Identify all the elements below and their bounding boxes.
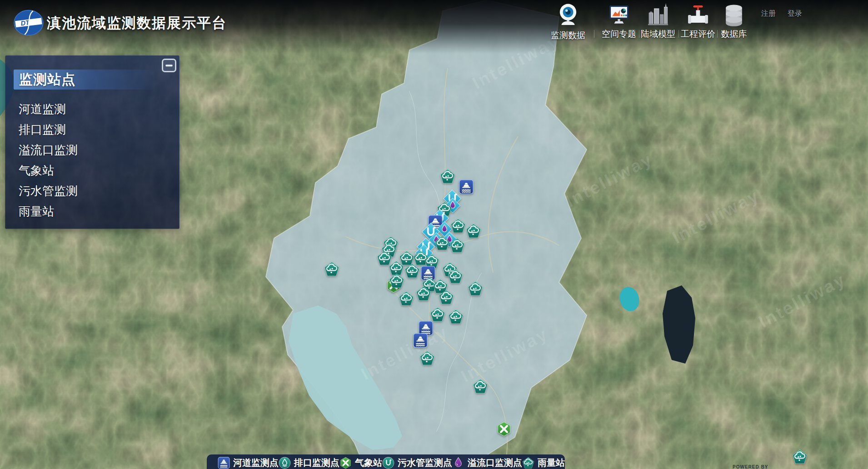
map-marker-rain[interactable]	[440, 169, 455, 184]
legend-label: 排口监测点	[294, 457, 339, 469]
legend-label: 气象站	[355, 457, 382, 469]
panel-titlebar[interactable]: 监测站点	[14, 70, 155, 90]
legend-item-river[interactable]: 河道监测点	[218, 457, 279, 469]
map-marker-rain[interactable]	[448, 269, 463, 284]
map-marker-rain[interactable]	[792, 449, 808, 464]
map-marker-rain[interactable]	[449, 238, 465, 253]
nav-separator	[594, 30, 594, 38]
map-marker-rain[interactable]	[468, 281, 483, 296]
legend-label: 污水管监测点	[398, 457, 452, 469]
sidebar-item-river-monitoring[interactable]: 河道监测	[5, 99, 179, 120]
map-legend-bar: 河道监测点 排口监测点 气象站 污水管监测点 溢流口监测点 雨量站	[207, 454, 565, 469]
legend-item-weather[interactable]: 气象站	[339, 457, 382, 469]
page-title: 滇池流域监测数据展示平台	[47, 14, 227, 33]
map-marker-rain[interactable]	[448, 309, 464, 324]
legend-label: 溢流口监测点	[468, 457, 522, 469]
outlet-monitor-icon	[279, 457, 291, 469]
login-link[interactable]: 登录	[788, 9, 802, 19]
legend-item-rain[interactable]: 雨量站	[522, 457, 565, 469]
sewage-pipe-icon	[382, 457, 394, 469]
map-marker-rain[interactable]	[466, 223, 481, 239]
legend-label: 雨量站	[538, 457, 565, 469]
map-marker-rain[interactable]	[439, 289, 454, 305]
panel-item-list: 河道监测 排口监测 溢流口监测 气象站 污水管监测 雨量站	[5, 99, 179, 222]
header-bar: DT 滇池流域监测数据展示平台 监测数据 空间专题 陆域模型 工程评价 数据库	[0, 0, 868, 54]
map-marker-rain[interactable]	[416, 286, 431, 301]
app-root: IntelliwayIntelliwayIntelliwayIntelliway…	[0, 0, 868, 469]
sidebar-item-overflow-monitoring[interactable]: 溢流口监测	[5, 140, 179, 160]
powered-by-text: POWERED BY	[733, 464, 768, 469]
map-marker-rain[interactable]	[324, 261, 339, 277]
legend-label: 河道监测点	[233, 457, 279, 469]
nav-label: 监测数据	[551, 30, 585, 41]
city-buildings-icon	[646, 3, 670, 27]
panel-title: 监测站点	[14, 70, 75, 89]
nav-label: 陆域模型	[641, 28, 675, 40]
nav-separator	[717, 30, 718, 38]
register-link[interactable]: 注册	[761, 9, 776, 19]
nav-item-monitoring-data[interactable]: 监测数据	[541, 3, 595, 41]
nav-label: 数据库	[721, 28, 747, 40]
legend-item-outlet[interactable]: 排口监测点	[279, 457, 339, 469]
monitor-chart-icon	[607, 3, 631, 27]
map-marker-rain[interactable]	[450, 218, 466, 234]
platform-logo-icon: DT	[13, 9, 44, 36]
sidebar-item-sewage-monitoring[interactable]: 污水管监测	[5, 181, 179, 201]
panel-minimize-button[interactable]	[162, 59, 176, 72]
rain-gauge-icon	[522, 457, 534, 469]
nav-separator	[639, 30, 639, 38]
map-marker-weather[interactable]	[496, 421, 512, 437]
sidebar-item-weather-station[interactable]: 气象站	[5, 160, 179, 181]
legend-item-overflow[interactable]: 溢流口监测点	[452, 457, 522, 469]
legend-item-sewage[interactable]: 污水管监测点	[382, 457, 452, 469]
monitoring-stations-panel: 监测站点 河道监测 排口监测 溢流口监测 气象站 污水管监测 雨量站	[5, 55, 180, 229]
nav-separator	[678, 30, 679, 38]
overflow-outlet-icon	[452, 457, 464, 469]
weather-station-icon	[339, 457, 352, 469]
database-icon	[722, 3, 746, 27]
map-marker-rain[interactable]	[434, 235, 450, 251]
nav-item-database[interactable]: 数据库	[707, 3, 761, 40]
map-marker-rain[interactable]	[473, 379, 488, 394]
sidebar-item-rain-station[interactable]: 雨量站	[5, 201, 179, 222]
river-monitor-icon	[218, 457, 230, 469]
map-marker-river[interactable]	[413, 333, 428, 348]
map-marker-rain[interactable]	[430, 307, 445, 322]
webcam-icon	[555, 2, 581, 28]
sidebar-item-outlet-monitoring[interactable]: 排口监测	[5, 120, 179, 140]
map-marker-rain[interactable]	[404, 263, 420, 279]
map-marker-rain[interactable]	[399, 291, 414, 306]
map-marker-rain[interactable]	[419, 350, 435, 366]
minus-icon	[166, 65, 173, 66]
map-marker-rain[interactable]	[389, 273, 404, 289]
